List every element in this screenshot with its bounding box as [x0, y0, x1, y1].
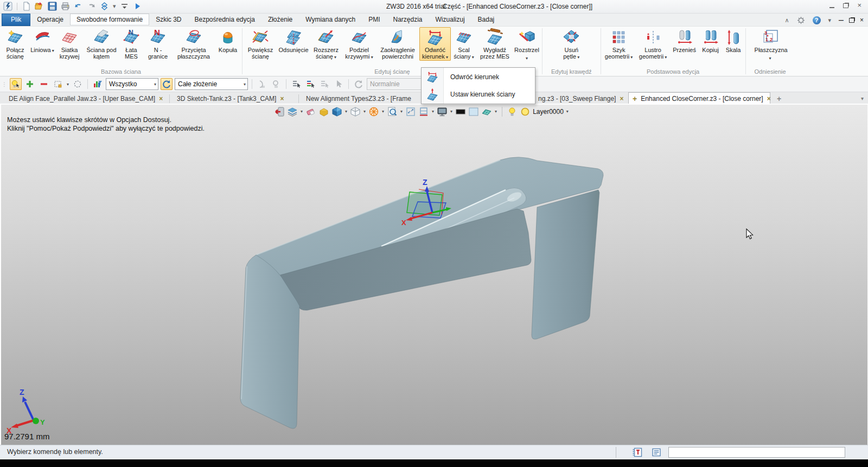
regen-box-icon[interactable]: [318, 106, 329, 117]
tab-szkic-3d[interactable]: Szkic 3D: [149, 14, 188, 26]
display-stack-icon[interactable]: [287, 106, 298, 117]
sciana-pod-katem-button[interactable]: Ściana pod kątem: [84, 27, 119, 60]
eraser-icon[interactable]: [305, 106, 316, 117]
pick-cursor-button[interactable]: [333, 78, 344, 90]
window-select-dropdown-icon[interactable]: ▾: [67, 82, 69, 87]
layer-dropdown-icon[interactable]: ▾: [566, 109, 569, 114]
face-display-icon[interactable]: [481, 106, 492, 117]
layer-color-icon[interactable]: [520, 106, 531, 117]
regen-dropdown-icon[interactable]: ▾: [113, 3, 116, 10]
przenies-button[interactable]: Przenieś: [671, 27, 699, 53]
filter-combobox[interactable]: Wszystko: [106, 78, 158, 90]
doc-minimize-button[interactable]: –: [839, 15, 844, 25]
exit-view-icon[interactable]: [274, 106, 285, 117]
undo-icon[interactable]: [74, 2, 83, 11]
rozszerz-sciane-button[interactable]: Rozszerz ścianę: [310, 27, 342, 61]
wygladz-przez-mes-button[interactable]: Wygładź przez MES: [477, 27, 513, 60]
shaded-cube-icon[interactable]: [331, 106, 342, 117]
message-log-icon[interactable]: [652, 447, 661, 457]
tab-swobodne-formowanie[interactable]: Swobodne formowanie: [70, 14, 149, 26]
print-icon[interactable]: [61, 2, 70, 11]
polacz-sciane-button[interactable]: Połącz ścianę: [1, 27, 29, 60]
liniowa-button[interactable]: Liniowa: [29, 27, 55, 54]
kopula-button[interactable]: Kopuła: [215, 27, 241, 53]
fit-window-icon[interactable]: [405, 106, 416, 117]
menu-item-odwroc-kierunek[interactable]: Odwróć kierunek: [422, 68, 535, 86]
collapse-ribbon-icon[interactable]: ∧: [784, 17, 789, 24]
menu-item-ustaw-kierunek[interactable]: Ustaw kierunek ściany: [422, 86, 535, 103]
pick-list-button[interactable]: [304, 78, 316, 90]
face-display-dropdown-icon[interactable]: ▾: [495, 109, 497, 114]
save-icon[interactable]: [48, 2, 57, 11]
pick-list-next-button[interactable]: [318, 78, 330, 90]
app-logo-icon[interactable]: [3, 2, 12, 11]
restore-button[interactable]: [843, 3, 848, 8]
window-select-button[interactable]: [52, 78, 64, 90]
kopiuj-button[interactable]: Kopiuj: [699, 27, 723, 53]
pick-hint-button[interactable]: [10, 78, 22, 90]
przycieta-plaszczyzna-button[interactable]: Przycięta płaszczyzna: [173, 27, 215, 60]
settings-gear-icon[interactable]: [797, 16, 805, 24]
shaded-dropdown-icon[interactable]: ▾: [345, 109, 347, 114]
siatka-krzywej-button[interactable]: Siatka krzywej: [55, 27, 84, 60]
close-tab-icon[interactable]: ×: [159, 95, 163, 103]
add-selection-button[interactable]: [24, 78, 36, 90]
new-file-icon[interactable]: [22, 2, 31, 11]
scope-cycle-button[interactable]: [161, 78, 173, 90]
n-granice-button[interactable]: N N - granice: [143, 27, 173, 60]
display-stack-dropdown-icon[interactable]: ▾: [301, 109, 303, 114]
szyk-geometrii-button[interactable]: Szyk geometrii: [602, 27, 636, 61]
skala-button[interactable]: Skala: [723, 27, 744, 53]
tab-plik[interactable]: Plik: [2, 14, 30, 26]
close-tab-icon[interactable]: ×: [767, 95, 771, 103]
close-tab-icon[interactable]: ×: [620, 95, 623, 103]
offset-pick-button[interactable]: [256, 78, 268, 90]
zoom-dropdown-icon[interactable]: ▾: [400, 109, 403, 114]
doc-close-button[interactable]: ×: [860, 16, 864, 24]
podziel-krzywymi-button[interactable]: Podziel krzywymi: [342, 27, 376, 61]
wireframe-cube-icon[interactable]: [350, 106, 361, 117]
usun-petle-button[interactable]: Usuń pętle: [556, 27, 586, 61]
zoom-doc-icon[interactable]: [387, 106, 398, 117]
play-icon[interactable]: [133, 2, 142, 11]
minimize-button[interactable]: [829, 3, 834, 8]
lata-mes-button[interactable]: N Łata MES: [119, 27, 143, 60]
layer-combobox[interactable]: Layer0000: [533, 108, 564, 116]
reselect-button[interactable]: [353, 78, 365, 90]
toolbar-drag-handle[interactable]: ⋮: [2, 81, 7, 87]
tab-bezposrednia-edycja[interactable]: Bezpośrednia edycja: [188, 14, 261, 26]
viewport-3d[interactable]: Z X Z X Y Możesz ustawić klawisze skrótó…: [0, 104, 868, 445]
scal-sciany-button[interactable]: Scal ściany: [451, 27, 477, 61]
powieksz-sciane-button[interactable]: Powiększ ścianę: [244, 27, 277, 60]
render-mode-dropdown-icon[interactable]: ▾: [450, 109, 452, 114]
zaokraglenie-powierzchni-button[interactable]: Zaokrąglenie powierzchni: [376, 27, 419, 60]
wireframe-dropdown-icon[interactable]: ▾: [363, 109, 366, 114]
tab-wymiana-danych[interactable]: Wymiana danych: [299, 14, 362, 26]
remove-selection-button[interactable]: [38, 78, 50, 90]
layer-visibility-icon[interactable]: [507, 106, 518, 117]
odsuniecie-button[interactable]: Odsunięcie: [277, 27, 310, 53]
render-mode-icon[interactable]: [437, 106, 448, 117]
open-file-icon[interactable]: [35, 2, 44, 11]
command-history-icon[interactable]: [633, 447, 642, 457]
model-close-corner[interactable]: Z X Z X Y: [0, 104, 868, 445]
scope-combobox[interactable]: Całe złożenie: [175, 78, 248, 90]
help-dropdown-icon[interactable]: ▾: [828, 17, 832, 24]
doc-restore-button[interactable]: [849, 18, 854, 23]
close-tab-icon[interactable]: ×: [280, 95, 284, 103]
zoom-extent-dropdown-icon[interactable]: ▾: [432, 109, 434, 114]
close-button[interactable]: ×: [857, 3, 861, 8]
tab-narzedzia[interactable]: Narzędzia: [387, 14, 429, 26]
lasso-select-button[interactable]: [72, 78, 84, 90]
edge-color-swatch[interactable]: [455, 106, 466, 117]
pick-list-prev-button[interactable]: [290, 78, 302, 90]
filter-button[interactable]: [92, 78, 104, 90]
offset-pick2-button[interactable]: [270, 78, 282, 90]
plaszczyzna-button[interactable]: 312 Płaszczyzna: [754, 27, 787, 62]
help-icon[interactable]: ?: [813, 16, 821, 24]
tab-wizualizuj[interactable]: Wizualizuj: [429, 14, 471, 26]
tab-zlozenie[interactable]: Złożenie: [261, 14, 299, 26]
tab-badaj[interactable]: Badaj: [471, 14, 501, 26]
tab-pmi[interactable]: PMI: [362, 14, 386, 26]
customize-qat-icon[interactable]: [120, 2, 129, 11]
